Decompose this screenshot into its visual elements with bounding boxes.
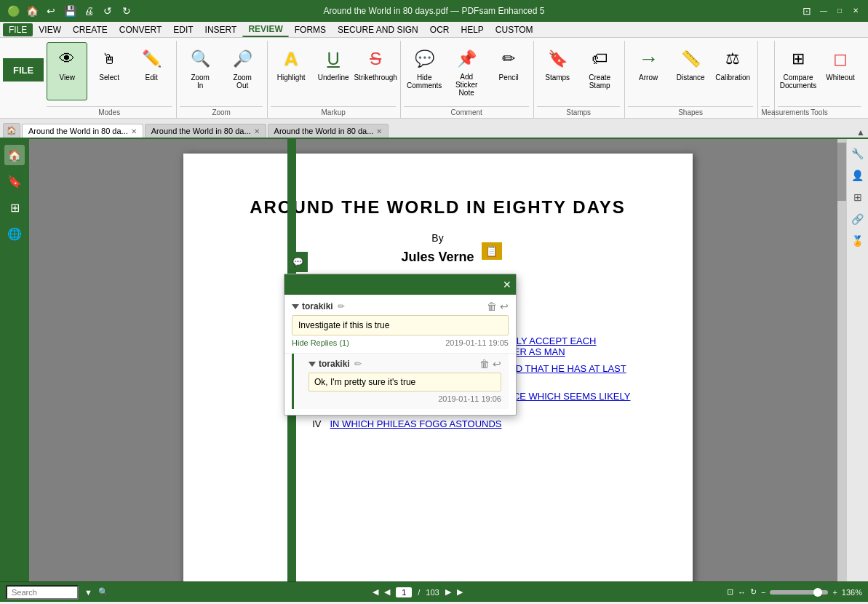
- menu-create[interactable]: CREATE: [67, 23, 114, 36]
- comment-reply-icon-1[interactable]: ↩: [500, 301, 509, 312]
- whiteout-button[interactable]: ◻ Whiteout: [820, 42, 861, 100]
- stamps-button[interactable]: 🔖 Stamps: [537, 42, 578, 100]
- calibration-button[interactable]: ⚖ Calibration: [712, 42, 753, 100]
- tab-home[interactable]: 🏠: [3, 123, 20, 138]
- zoom-out-label: ZoomOut: [233, 73, 252, 90]
- search-input[interactable]: [6, 585, 79, 600]
- reply-delete-icon-1[interactable]: 🗑: [479, 358, 490, 370]
- fit-page-icon[interactable]: ⊡: [727, 587, 733, 597]
- zoom-in-button[interactable]: 🔍 ZoomIn: [180, 42, 220, 100]
- search-dropdown-icon[interactable]: ▼: [84, 588, 92, 597]
- menu-view[interactable]: VIEW: [33, 23, 67, 36]
- add-sticker-icon: 📌: [453, 46, 479, 71]
- print-icon[interactable]: 🖨: [81, 4, 96, 18]
- grid-icon[interactable]: ⊞: [849, 188, 867, 206]
- zoom-out-button[interactable]: 🔎 ZoomOut: [222, 42, 263, 100]
- tab-2-close[interactable]: ✕: [254, 127, 260, 135]
- view-button[interactable]: 👁 View: [47, 42, 87, 100]
- menu-review[interactable]: REVIEW: [242, 23, 288, 37]
- add-sticker-button[interactable]: 📌 Add StickerNote: [446, 42, 487, 100]
- menu-file[interactable]: FILE: [3, 23, 33, 36]
- menu-help[interactable]: HELP: [455, 23, 489, 36]
- rotate-icon[interactable]: ↻: [750, 587, 757, 597]
- sidebar-layers-icon[interactable]: ⊞: [4, 197, 25, 218]
- person-icon[interactable]: 👤: [849, 167, 867, 184]
- underline-button[interactable]: U Underline: [313, 42, 354, 100]
- tab-1-label: Around the World in 80 da...: [28, 127, 128, 135]
- close-button[interactable]: ✕: [849, 4, 862, 17]
- sidebar-bookmark-icon[interactable]: 🔖: [4, 171, 25, 191]
- markup-group-label: Markup: [271, 106, 396, 118]
- menu-insert[interactable]: INSERT: [199, 23, 243, 36]
- nav-next-icon[interactable]: ▶: [445, 587, 451, 597]
- menu-forms[interactable]: FORMS: [289, 23, 332, 36]
- nav-prev-icon[interactable]: ◀: [384, 587, 390, 597]
- chapter-link-4[interactable]: IN WHICH PHILEAS FOGG ASTOUNDS: [330, 418, 502, 429]
- comment-icon-button[interactable]: 💬: [287, 252, 308, 272]
- strikethrough-button[interactable]: S Strikethrough: [355, 42, 396, 100]
- tab-1[interactable]: Around the World in 80 da... ✕: [22, 124, 143, 138]
- restore-down-icon[interactable]: ⊡: [800, 4, 814, 18]
- menu-secure[interactable]: SECURE AND SIGN: [332, 23, 424, 36]
- pencil-button[interactable]: ✏ Pencil: [488, 42, 529, 100]
- maximize-button[interactable]: □: [833, 4, 846, 17]
- tools-settings-icon[interactable]: 🔧: [849, 145, 867, 162]
- zoom-in-btn[interactable]: +: [832, 588, 837, 597]
- view-icon: 👁: [54, 46, 80, 72]
- undo-icon[interactable]: ↺: [100, 4, 115, 18]
- zoom-slider[interactable]: [770, 590, 828, 595]
- distance-icon: 📏: [677, 46, 704, 72]
- fit-width-icon[interactable]: ↔: [738, 588, 746, 597]
- sidebar-globe-icon[interactable]: 🌐: [4, 223, 25, 244]
- nav-first-icon[interactable]: ◀: [373, 587, 378, 597]
- zoom-out-btn[interactable]: −: [761, 588, 765, 597]
- save-icon[interactable]: 💾: [63, 4, 77, 18]
- distance-button[interactable]: 📏 Distance: [670, 42, 711, 100]
- select-button[interactable]: 🖱 Select: [89, 42, 130, 100]
- comment-delete-icon-1[interactable]: 🗑: [487, 301, 497, 312]
- comment-edit-icon-1[interactable]: ✏: [338, 301, 345, 311]
- redo-icon[interactable]: ↻: [119, 4, 134, 18]
- compare-docs-button[interactable]: ⊞ CompareDocuments: [778, 42, 819, 100]
- create-stamp-button[interactable]: 🏷 CreateStamp: [579, 42, 620, 100]
- tab-3[interactable]: Around the World in 80 da... ✕: [268, 124, 389, 138]
- sidebar-home-icon[interactable]: 🏠: [4, 145, 25, 165]
- minimize-button[interactable]: —: [817, 4, 830, 17]
- reply-reply-icon-1[interactable]: ↩: [493, 358, 501, 370]
- search-go-icon[interactable]: 🔍: [98, 587, 108, 597]
- highlight-button[interactable]: A Highlight: [271, 42, 311, 100]
- sticker-note-icon[interactable]: 📋: [482, 242, 502, 260]
- menu-convert[interactable]: CONVERT: [114, 23, 167, 36]
- home-icon[interactable]: 🏠: [25, 4, 39, 18]
- comment-popup-close-button[interactable]: ✕: [503, 279, 511, 290]
- reply-collapse-icon[interactable]: [308, 362, 316, 367]
- menu-custom[interactable]: CUSTOM: [490, 23, 539, 36]
- reply-block-1: torakiki ✏ 🗑 ↩ Ok, I'm pretty sure it's …: [292, 354, 509, 409]
- menu-edit[interactable]: EDIT: [167, 23, 199, 36]
- comment-collapse-icon[interactable]: [292, 304, 299, 309]
- nav-last-icon[interactable]: ▶: [457, 587, 463, 597]
- undo-nav-icon[interactable]: ↩: [44, 4, 58, 18]
- tab-collapse-btn[interactable]: ▲: [856, 127, 865, 138]
- hide-replies-link[interactable]: Hide Replies (1): [292, 338, 349, 347]
- pdf-content: AROUND THE WORLD IN EIGHTY DAYS By Jules…: [29, 139, 846, 581]
- edit-button[interactable]: ✏️ Edit: [131, 42, 172, 100]
- chapter-num-4: IV: [300, 418, 322, 429]
- file-button[interactable]: FILE: [3, 58, 44, 82]
- whiteout-label: Whiteout: [826, 73, 854, 82]
- menu-ocr[interactable]: OCR: [424, 23, 455, 36]
- tab-3-close[interactable]: ✕: [376, 127, 382, 135]
- app-icon: 🟢: [6, 4, 20, 18]
- medal-icon[interactable]: 🏅: [849, 232, 867, 250]
- link-icon[interactable]: 🔗: [849, 210, 867, 228]
- hide-comments-button[interactable]: 💬 HideComments: [404, 42, 445, 100]
- hide-comments-label: HideComments: [407, 73, 442, 90]
- select-icon: 🖱: [96, 46, 122, 72]
- arrow-button[interactable]: → Arrow: [628, 42, 669, 100]
- reply-edit-icon-1[interactable]: ✏: [354, 359, 362, 369]
- scrollbar[interactable]: [837, 139, 846, 581]
- tab-2[interactable]: Around the World in 80 da... ✕: [145, 124, 266, 138]
- pencil-icon: ✏: [495, 46, 522, 72]
- scrollbar-thumb[interactable]: [837, 143, 846, 201]
- tab-1-close[interactable]: ✕: [131, 127, 137, 135]
